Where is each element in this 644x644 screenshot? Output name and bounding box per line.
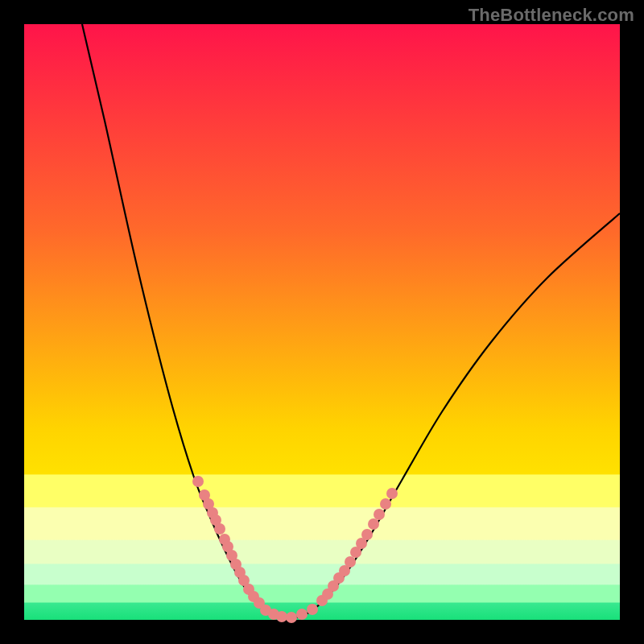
data-dot (345, 556, 356, 568)
data-dots (192, 476, 398, 623)
data-dot (368, 518, 379, 530)
data-dot (374, 509, 385, 520)
data-dot (361, 529, 373, 540)
watermark-text: TheBottleneck.com (469, 5, 634, 26)
bottleneck-curve (82, 24, 620, 618)
data-dot (214, 523, 225, 535)
chart-plot (24, 24, 620, 620)
data-dot (286, 612, 297, 623)
data-dot (307, 604, 318, 615)
data-dot (296, 609, 308, 620)
data-dot (192, 476, 204, 487)
data-dot (276, 611, 287, 622)
data-dot (386, 488, 398, 499)
data-dot (380, 498, 391, 510)
